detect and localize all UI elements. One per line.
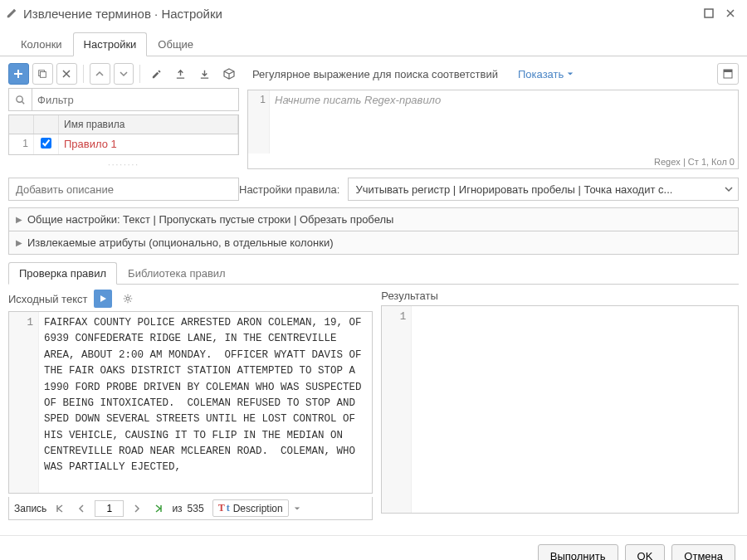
- chevron-down-icon[interactable]: [294, 505, 300, 512]
- delete-rule-button[interactable]: [56, 63, 77, 85]
- main-tabs: Колонки Настройки Общие: [0, 32, 747, 56]
- editor-status: Regex | Ст 1, Кол 0: [654, 157, 735, 167]
- filter-input[interactable]: [32, 88, 239, 111]
- ok-button[interactable]: OK: [625, 544, 666, 560]
- source-gutter: 1: [9, 312, 39, 493]
- rule-name[interactable]: Правило 1: [59, 134, 238, 154]
- column-name: Description: [233, 503, 283, 514]
- filter-row: [8, 88, 239, 111]
- editor-gutter: 1: [248, 90, 270, 153]
- move-down-button[interactable]: [114, 63, 134, 85]
- svg-point-3: [17, 95, 22, 101]
- collapser-general-settings[interactable]: ▶ Общие настройки: Текст | Пропускать пу…: [8, 207, 739, 231]
- svg-rect-5: [724, 70, 732, 72]
- svg-rect-2: [41, 71, 46, 77]
- show-dropdown[interactable]: Показать: [518, 68, 574, 80]
- svg-point-6: [127, 297, 130, 300]
- package-icon[interactable]: [218, 63, 239, 85]
- titlebar: Извлечение терминов · Настройки: [0, 0, 747, 27]
- col-header-checkbox: [34, 115, 59, 134]
- nav-first-button[interactable]: [51, 500, 68, 517]
- copy-rule-button[interactable]: [32, 63, 53, 85]
- col-header-name: Имя правила: [59, 115, 238, 134]
- nav-prev-button[interactable]: [73, 500, 90, 517]
- source-content: FAIRFAX COUNTY POLICE ARRESTED ARON COLE…: [39, 312, 372, 493]
- import-icon[interactable]: [194, 63, 215, 85]
- col-header-number: [9, 115, 34, 134]
- gear-button[interactable]: [119, 290, 137, 308]
- description-input[interactable]: [8, 178, 239, 201]
- footer: Выполнить OK Отмена: [0, 535, 747, 560]
- export-icon[interactable]: [170, 63, 191, 85]
- collapser-label: Общие настройки: Текст | Пропускать пуст…: [27, 213, 393, 226]
- regex-editor[interactable]: 1 Начните писать Regex-правило Regex | С…: [247, 90, 739, 169]
- rule-settings-value: Учитывать регистр | Игнорировать пробелы…: [355, 183, 672, 196]
- collapser-extracted-attributes[interactable]: ▶ Извлекаемые атрибуты (опционально, в о…: [8, 231, 739, 255]
- editor-placeholder: Начните писать Regex-правило: [275, 94, 441, 106]
- subtab-check-rules[interactable]: Проверка правил: [8, 262, 117, 285]
- row-checkbox[interactable]: [41, 138, 51, 149]
- results-box[interactable]: 1: [381, 305, 739, 514]
- collapser-label: Извлекаемые атрибуты (опционально, в отд…: [27, 236, 333, 249]
- chevron-right-icon: ▶: [16, 215, 22, 224]
- text-type-icon: T: [218, 502, 225, 514]
- record-navigation: Запись из 535 Tt Description: [8, 497, 373, 520]
- search-icon: [8, 88, 32, 111]
- column-selector[interactable]: Tt Description: [212, 499, 289, 517]
- cancel-button[interactable]: Отмена: [671, 544, 735, 560]
- nav-next-button[interactable]: [129, 500, 145, 517]
- separator: [83, 65, 84, 83]
- tab-columns[interactable]: Колонки: [10, 32, 73, 56]
- chevron-down-icon: [725, 185, 733, 193]
- rule-settings-dropdown[interactable]: Учитывать регистр | Игнорировать пробелы…: [348, 178, 739, 201]
- maximize-button[interactable]: [701, 5, 717, 22]
- pencil-icon: [5, 7, 18, 20]
- source-text-title: Исходный текст: [8, 293, 87, 305]
- chevron-right-icon: ▶: [16, 238, 22, 247]
- resize-handle[interactable]: ········: [8, 158, 239, 171]
- results-content: [412, 306, 738, 513]
- window-title: Извлечение терминов · Настройки: [23, 7, 696, 21]
- sub-tabs: Проверка правил Библиотека правил: [8, 261, 739, 285]
- table-row[interactable]: 1 Правило 1: [9, 134, 238, 154]
- tab-general[interactable]: Общие: [147, 32, 204, 56]
- rules-toolbar: [8, 63, 239, 85]
- nav-total: 535: [188, 503, 204, 514]
- results-gutter: 1: [382, 306, 412, 513]
- run-button[interactable]: [94, 290, 112, 308]
- editor-toolbar: Регулярное выражение для поиска соответс…: [247, 63, 739, 85]
- rule-settings-label: Настройки правила:: [239, 183, 339, 196]
- run-button-footer[interactable]: Выполнить: [538, 544, 618, 560]
- layout-toggle-button[interactable]: [717, 63, 739, 85]
- close-button[interactable]: [722, 5, 739, 22]
- chevron-down-icon: [567, 71, 574, 77]
- tab-settings[interactable]: Настройки: [73, 32, 148, 56]
- results-title: Результаты: [381, 290, 437, 302]
- regex-label: Регулярное выражение для поиска соответс…: [252, 68, 498, 80]
- source-text-box[interactable]: 1 FAIRFAX COUNTY POLICE ARRESTED ARON CO…: [8, 311, 373, 494]
- nav-last-button[interactable]: [150, 500, 167, 517]
- subtab-rule-library[interactable]: Библиотека правил: [117, 262, 237, 285]
- separator: [139, 65, 140, 83]
- nav-of-label: из: [172, 503, 182, 514]
- rules-table: Имя правила 1 Правило 1: [8, 114, 239, 155]
- nav-page-input[interactable]: [95, 500, 124, 517]
- move-up-button[interactable]: [90, 63, 110, 85]
- svg-rect-0: [705, 9, 713, 17]
- row-number: 1: [9, 134, 34, 154]
- edit-icon[interactable]: [146, 63, 167, 85]
- nav-label: Запись: [14, 503, 46, 514]
- add-rule-button[interactable]: [8, 63, 29, 85]
